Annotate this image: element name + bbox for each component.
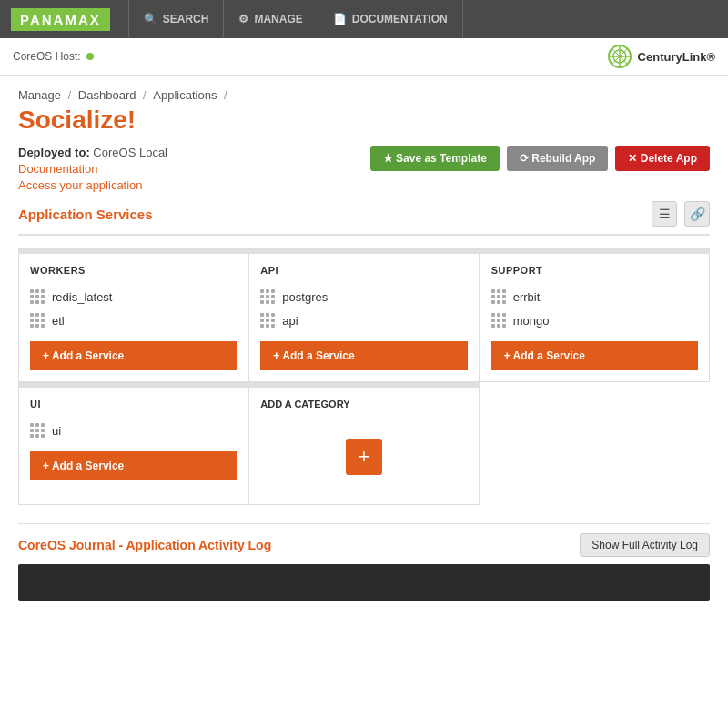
save-template-button[interactable]: ★ Save as Template <box>370 146 500 171</box>
delete-app-button[interactable]: ✕ Delete App <box>615 146 710 171</box>
service-name-mongo: mongo <box>513 314 550 328</box>
logo: panamax <box>11 8 110 31</box>
deployed-section: Deployed to: CoreOS Local Documentation … <box>18 146 710 192</box>
rebuild-app-button[interactable]: ⟳ Rebuild App <box>507 146 609 171</box>
breadcrumb-applications[interactable]: Applications <box>153 88 217 102</box>
service-drag-handle <box>30 289 45 304</box>
link-view-button[interactable]: 🔗 <box>684 201 710 227</box>
breadcrumb-sep3: / <box>224 88 228 102</box>
service-api[interactable]: api <box>260 308 467 332</box>
page-title: Socialize! <box>18 106 710 135</box>
link-icon: 🔗 <box>690 207 705 221</box>
add-category-card: Add a Category + <box>248 382 479 505</box>
breadcrumb-dashboard[interactable]: Dashboard <box>78 88 136 102</box>
add-service-ui-button[interactable]: + Add a Service <box>30 451 237 480</box>
service-card-workers: WORKERS redis_latest etl <box>18 248 248 382</box>
documentation-link[interactable]: Documentation <box>18 162 167 176</box>
category-support: SUPPORT <box>491 265 698 276</box>
add-service-support-button[interactable]: + Add a Service <box>491 341 698 370</box>
service-card-api: API postgres api <box>248 248 479 382</box>
show-log-button[interactable]: Show Full Activity Log <box>580 533 710 557</box>
centurylink-logo: CenturyLink® <box>607 44 715 69</box>
centurylink-icon <box>607 44 632 69</box>
service-card-ui: UI ui + Add a Service <box>18 382 248 505</box>
service-postgres[interactable]: postgres <box>260 285 467 308</box>
service-name-ui: ui <box>52 424 61 438</box>
category-ui: UI <box>30 399 237 410</box>
status-dot <box>86 53 94 60</box>
section-icons: ☰ 🔗 <box>652 201 710 227</box>
breadcrumb-sep2: / <box>143 88 149 102</box>
app-services-header: Application Services ☰ 🔗 <box>18 201 710 236</box>
deployed-info: Deployed to: CoreOS Local Documentation … <box>18 146 167 192</box>
app-services-title: Application Services <box>18 207 153 222</box>
category-api: API <box>260 265 467 276</box>
service-drag-handle <box>260 289 275 304</box>
list-view-button[interactable]: ☰ <box>652 201 677 227</box>
service-errbit[interactable]: errbit <box>491 285 698 308</box>
service-name-etl: etl <box>52 314 65 328</box>
add-service-api-button[interactable]: + Add a Service <box>260 341 467 370</box>
service-redis-latest[interactable]: redis_latest <box>30 285 237 308</box>
journal-header: CoreOS Journal - Application Activity Lo… <box>18 524 710 564</box>
top-nav: panamax 🔍 Search ⚙ Manage 📄 Documentatio… <box>0 0 728 38</box>
journal-log <box>18 564 710 601</box>
service-etl[interactable]: etl <box>30 308 237 332</box>
status-bar: CoreOS Host: CenturyLink® <box>0 38 728 76</box>
gear-icon: ⚙ <box>238 13 248 25</box>
journal-title: CoreOS Journal - Application Activity Lo… <box>18 538 271 552</box>
service-drag-handle <box>30 313 45 328</box>
service-drag-handle <box>491 289 506 304</box>
service-grid-top: WORKERS redis_latest etl <box>18 248 710 382</box>
service-mongo[interactable]: mongo <box>491 308 698 332</box>
service-grid-bottom: UI ui + Add a Service Add a Category + <box>18 382 710 505</box>
service-name-errbit: errbit <box>513 290 541 304</box>
service-drag-handle <box>491 313 506 328</box>
empty-grid-cell <box>480 382 710 505</box>
category-workers: WORKERS <box>30 265 237 276</box>
breadcrumb-manage[interactable]: Manage <box>18 88 61 102</box>
plus-icon: + <box>359 445 370 469</box>
doc-icon: 📄 <box>333 13 347 25</box>
coreos-status: CoreOS Host: <box>13 50 94 63</box>
add-category-title: Add a Category <box>260 399 349 410</box>
breadcrumb: Manage / Dashboard / Applications / <box>18 88 710 102</box>
action-buttons: ★ Save as Template ⟳ Rebuild App ✕ Delet… <box>370 146 710 171</box>
nav-documentation[interactable]: 📄 Documentation <box>318 0 463 38</box>
service-drag-handle <box>30 423 45 438</box>
add-category-button[interactable]: + <box>346 439 382 475</box>
service-name-redis: redis_latest <box>52 290 112 304</box>
breadcrumb-sep1: / <box>68 88 75 102</box>
main-content: Manage / Dashboard / Applications / Soci… <box>0 76 728 728</box>
journal-section: CoreOS Journal - Application Activity Lo… <box>18 523 710 601</box>
access-application-link[interactable]: Access your application <box>18 178 167 192</box>
service-name-api: api <box>282 314 298 328</box>
list-icon: ☰ <box>659 207 671 221</box>
nav-items: 🔍 Search ⚙ Manage 📄 Documentation <box>128 0 463 38</box>
nav-search[interactable]: 🔍 Search <box>128 0 225 38</box>
search-icon: 🔍 <box>144 13 157 25</box>
service-ui[interactable]: ui <box>30 419 237 442</box>
nav-manage[interactable]: ⚙ Manage <box>224 0 318 38</box>
service-card-support: SUPPORT errbit mongo <box>480 248 710 382</box>
service-drag-handle <box>260 313 275 328</box>
deployed-to: Deployed to: CoreOS Local <box>18 146 167 159</box>
service-name-postgres: postgres <box>282 290 328 304</box>
add-service-workers-button[interactable]: + Add a Service <box>30 341 237 370</box>
